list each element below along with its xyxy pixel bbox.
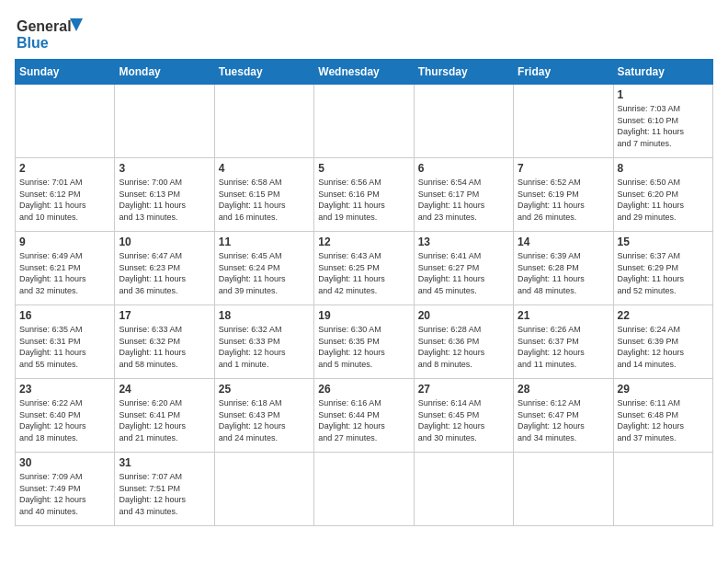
- calendar-cell: 11Sunrise: 6:45 AM Sunset: 6:24 PM Dayli…: [214, 232, 313, 305]
- day-number: 9: [19, 236, 110, 248]
- day-number: 31: [119, 456, 210, 469]
- day-info: Sunrise: 6:43 AM Sunset: 6:25 PM Dayligh…: [318, 250, 409, 296]
- day-info: Sunrise: 6:52 AM Sunset: 6:19 PM Dayligh…: [518, 177, 609, 223]
- calendar-cell: 24Sunrise: 6:20 AM Sunset: 6:41 PM Dayli…: [115, 379, 214, 453]
- calendar-cell: [514, 85, 613, 158]
- day-info: Sunrise: 6:54 AM Sunset: 6:17 PM Dayligh…: [418, 177, 509, 223]
- day-info: Sunrise: 7:09 AM Sunset: 7:49 PM Dayligh…: [19, 471, 110, 517]
- day-number: 20: [418, 309, 509, 322]
- day-number: 17: [119, 309, 210, 322]
- svg-text:General: General: [17, 18, 72, 34]
- day-info: Sunrise: 6:58 AM Sunset: 6:15 PM Dayligh…: [219, 177, 310, 223]
- calendar-cell: 16Sunrise: 6:35 AM Sunset: 6:31 PM Dayli…: [16, 305, 115, 379]
- calendar-cell: [314, 85, 414, 158]
- day-number: 22: [618, 309, 709, 322]
- logo-icon: GeneralBlue: [15, 15, 88, 52]
- calendar-cell: 13Sunrise: 6:41 AM Sunset: 6:27 PM Dayli…: [414, 232, 513, 305]
- logo: GeneralBlue: [15, 15, 88, 52]
- calendar-cell: 21Sunrise: 6:26 AM Sunset: 6:37 PM Dayli…: [514, 305, 613, 379]
- day-number: 7: [518, 162, 609, 175]
- calendar-cell: 4Sunrise: 6:58 AM Sunset: 6:15 PM Daylig…: [214, 158, 313, 232]
- day-info: Sunrise: 6:24 AM Sunset: 6:39 PM Dayligh…: [618, 324, 709, 370]
- day-number: 2: [19, 162, 110, 175]
- day-info: Sunrise: 6:22 AM Sunset: 6:40 PM Dayligh…: [19, 397, 110, 443]
- day-number: 10: [119, 236, 210, 248]
- calendar-cell: 10Sunrise: 6:47 AM Sunset: 6:23 PM Dayli…: [115, 232, 214, 305]
- day-info: Sunrise: 6:14 AM Sunset: 6:45 PM Dayligh…: [418, 397, 509, 443]
- day-info: Sunrise: 6:33 AM Sunset: 6:32 PM Dayligh…: [119, 324, 210, 370]
- week-row-5: 23Sunrise: 6:22 AM Sunset: 6:40 PM Dayli…: [16, 379, 713, 453]
- day-number: 19: [318, 309, 409, 322]
- calendar-cell: [613, 453, 712, 526]
- day-info: Sunrise: 6:30 AM Sunset: 6:35 PM Dayligh…: [318, 324, 409, 370]
- calendar-cell: 9Sunrise: 6:49 AM Sunset: 6:21 PM Daylig…: [16, 232, 115, 305]
- calendar-cell: 29Sunrise: 6:11 AM Sunset: 6:48 PM Dayli…: [613, 379, 712, 453]
- calendar-cell: 31Sunrise: 7:07 AM Sunset: 7:51 PM Dayli…: [115, 453, 214, 526]
- day-info: Sunrise: 6:56 AM Sunset: 6:16 PM Dayligh…: [318, 177, 409, 223]
- calendar-cell: [214, 453, 313, 526]
- calendar-cell: 19Sunrise: 6:30 AM Sunset: 6:35 PM Dayli…: [314, 305, 414, 379]
- day-info: Sunrise: 6:41 AM Sunset: 6:27 PM Dayligh…: [418, 250, 509, 296]
- calendar-cell: 17Sunrise: 6:33 AM Sunset: 6:32 PM Dayli…: [115, 305, 214, 379]
- week-row-2: 2Sunrise: 7:01 AM Sunset: 6:12 PM Daylig…: [16, 158, 713, 232]
- day-info: Sunrise: 6:16 AM Sunset: 6:44 PM Dayligh…: [318, 397, 409, 443]
- day-number: 3: [119, 162, 210, 175]
- calendar-cell: 7Sunrise: 6:52 AM Sunset: 6:19 PM Daylig…: [514, 158, 613, 232]
- calendar-cell: 30Sunrise: 7:09 AM Sunset: 7:49 PM Dayli…: [16, 453, 115, 526]
- calendar-cell: 12Sunrise: 6:43 AM Sunset: 6:25 PM Dayli…: [314, 232, 414, 305]
- weekday-header-tuesday: Tuesday: [214, 60, 313, 85]
- week-row-3: 9Sunrise: 6:49 AM Sunset: 6:21 PM Daylig…: [16, 232, 713, 305]
- day-number: 4: [219, 162, 310, 175]
- calendar-cell: [115, 85, 214, 158]
- day-number: 27: [418, 383, 509, 396]
- day-number: 1: [618, 88, 709, 101]
- calendar-cell: 15Sunrise: 6:37 AM Sunset: 6:29 PM Dayli…: [613, 232, 712, 305]
- calendar-cell: 1Sunrise: 7:03 AM Sunset: 6:10 PM Daylig…: [613, 85, 712, 158]
- calendar-cell: 25Sunrise: 6:18 AM Sunset: 6:43 PM Dayli…: [214, 379, 313, 453]
- day-info: Sunrise: 6:32 AM Sunset: 6:33 PM Dayligh…: [219, 324, 310, 370]
- calendar-cell: 2Sunrise: 7:01 AM Sunset: 6:12 PM Daylig…: [16, 158, 115, 232]
- weekday-header-row: SundayMondayTuesdayWednesdayThursdayFrid…: [16, 60, 713, 85]
- calendar-header: SundayMondayTuesdayWednesdayThursdayFrid…: [16, 60, 713, 85]
- day-number: 14: [518, 236, 609, 248]
- day-info: Sunrise: 6:45 AM Sunset: 6:24 PM Dayligh…: [219, 250, 310, 296]
- day-number: 5: [318, 162, 409, 175]
- week-row-1: 1Sunrise: 7:03 AM Sunset: 6:10 PM Daylig…: [16, 85, 713, 158]
- calendar-cell: 23Sunrise: 6:22 AM Sunset: 6:40 PM Dayli…: [16, 379, 115, 453]
- calendar-body: 1Sunrise: 7:03 AM Sunset: 6:10 PM Daylig…: [16, 85, 713, 526]
- calendar-cell: [214, 85, 313, 158]
- day-number: 28: [518, 383, 609, 396]
- calendar-cell: 18Sunrise: 6:32 AM Sunset: 6:33 PM Dayli…: [214, 305, 313, 379]
- day-info: Sunrise: 7:00 AM Sunset: 6:13 PM Dayligh…: [119, 177, 210, 223]
- day-info: Sunrise: 6:47 AM Sunset: 6:23 PM Dayligh…: [119, 250, 210, 296]
- day-number: 26: [318, 383, 409, 396]
- day-info: Sunrise: 6:49 AM Sunset: 6:21 PM Dayligh…: [19, 250, 110, 296]
- day-info: Sunrise: 7:07 AM Sunset: 7:51 PM Dayligh…: [119, 471, 210, 517]
- day-info: Sunrise: 6:26 AM Sunset: 6:37 PM Dayligh…: [518, 324, 609, 370]
- day-number: 16: [19, 309, 110, 322]
- day-info: Sunrise: 6:37 AM Sunset: 6:29 PM Dayligh…: [618, 250, 709, 296]
- calendar-cell: 20Sunrise: 6:28 AM Sunset: 6:36 PM Dayli…: [414, 305, 513, 379]
- calendar-cell: 6Sunrise: 6:54 AM Sunset: 6:17 PM Daylig…: [414, 158, 513, 232]
- day-number: 23: [19, 383, 110, 396]
- day-info: Sunrise: 7:01 AM Sunset: 6:12 PM Dayligh…: [19, 177, 110, 223]
- calendar-cell: 5Sunrise: 6:56 AM Sunset: 6:16 PM Daylig…: [314, 158, 414, 232]
- calendar: SundayMondayTuesdayWednesdayThursdayFrid…: [15, 59, 713, 526]
- day-number: 12: [318, 236, 409, 248]
- day-number: 30: [19, 456, 110, 469]
- calendar-cell: 28Sunrise: 6:12 AM Sunset: 6:47 PM Dayli…: [514, 379, 613, 453]
- calendar-cell: 27Sunrise: 6:14 AM Sunset: 6:45 PM Dayli…: [414, 379, 513, 453]
- day-number: 6: [418, 162, 509, 175]
- header: GeneralBlue: [15, 15, 713, 52]
- day-info: Sunrise: 6:20 AM Sunset: 6:41 PM Dayligh…: [119, 397, 210, 443]
- day-info: Sunrise: 6:50 AM Sunset: 6:20 PM Dayligh…: [618, 177, 709, 223]
- day-info: Sunrise: 7:03 AM Sunset: 6:10 PM Dayligh…: [618, 103, 709, 149]
- day-info: Sunrise: 6:35 AM Sunset: 6:31 PM Dayligh…: [19, 324, 110, 370]
- day-number: 15: [618, 236, 709, 248]
- weekday-header-sunday: Sunday: [16, 60, 115, 85]
- weekday-header-thursday: Thursday: [414, 60, 513, 85]
- calendar-cell: 8Sunrise: 6:50 AM Sunset: 6:20 PM Daylig…: [613, 158, 712, 232]
- calendar-cell: [514, 453, 613, 526]
- day-number: 8: [618, 162, 709, 175]
- svg-text:Blue: Blue: [17, 35, 49, 51]
